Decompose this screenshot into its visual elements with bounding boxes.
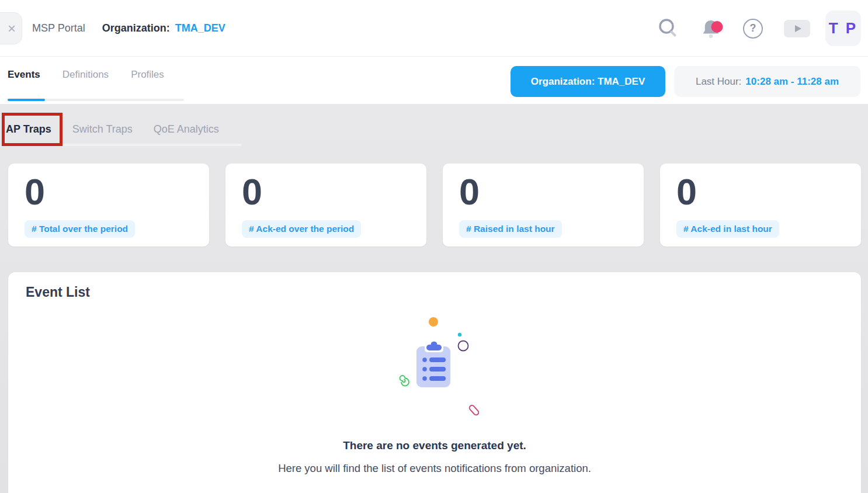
- portal-title: MSP Portal: [32, 22, 85, 34]
- notifications-bell-icon[interactable]: [700, 15, 725, 42]
- events-main-area: AP Traps Switch Traps QoE Analytics 0 # …: [0, 104, 868, 493]
- pink-capsule: [468, 404, 480, 416]
- stat-value: 0: [676, 173, 845, 210]
- org-breadcrumb-label: Organization:: [102, 22, 170, 34]
- stat-value: 0: [242, 173, 410, 210]
- empty-state-subtitle: Here you will find the list of events no…: [26, 462, 843, 475]
- event-list-panel: Event List: [8, 272, 861, 493]
- stat-card-acked-period: 0 # Ack-ed over the period: [225, 164, 426, 246]
- avatar-initials: T P: [829, 19, 857, 37]
- search-glyph: [657, 17, 680, 40]
- empty-state-title: There are no events generated yet.: [26, 439, 843, 452]
- help-glyph: ?: [750, 22, 756, 34]
- stat-card-total-period: 0 # Total over the period: [8, 164, 209, 246]
- cyan-dot: [458, 333, 461, 336]
- stat-card-raised-last-hour: 0 # Raised in last hour: [443, 164, 644, 246]
- stats-summary: 0 # Total over the period 0 # Ack-ed ove…: [8, 164, 861, 246]
- orange-dot: [429, 317, 438, 327]
- time-range-selector[interactable]: Last Hour: 10:28 am - 11:28 am: [674, 66, 860, 97]
- search-icon[interactable]: [657, 17, 680, 40]
- tab-events[interactable]: Events: [8, 69, 40, 81]
- stat-label: # Raised in last hour: [459, 220, 562, 238]
- purple-circle: [459, 341, 468, 351]
- green-spiral: [400, 376, 409, 386]
- tab-definitions[interactable]: Definitions: [63, 69, 109, 81]
- notification-badge: [711, 21, 723, 33]
- time-range-label: Last Hour:: [696, 76, 741, 88]
- header-actions: ? T P: [657, 0, 861, 57]
- video-tour-icon[interactable]: [784, 20, 810, 37]
- close-panel-button[interactable]: ×: [0, 12, 22, 44]
- close-icon: ×: [8, 22, 16, 36]
- stat-label: # Ack-ed over the period: [242, 220, 361, 238]
- sub-tabs-active-indicator: [6, 143, 58, 145]
- bell-glyph: [700, 15, 725, 42]
- subtab-switch-traps[interactable]: Switch Traps: [72, 123, 133, 136]
- event-list-title: Event List: [26, 284, 843, 300]
- org-breadcrumb-value[interactable]: TMA_DEV: [175, 22, 225, 34]
- stat-value: 0: [25, 173, 193, 210]
- organization-selector-button[interactable]: Organization: TMA_DEV: [511, 66, 665, 97]
- subtab-qoe-analytics[interactable]: QoE Analytics: [154, 123, 219, 136]
- clipboard-list-icon: [385, 314, 484, 425]
- app-header: × MSP Portal Organization: TMA_DEV ? T P: [0, 0, 868, 57]
- empty-state-illustration: [26, 314, 843, 425]
- help-icon[interactable]: ?: [743, 19, 763, 39]
- event-type-sub-tabs: AP Traps Switch Traps QoE Analytics: [6, 123, 219, 136]
- subtab-ap-traps[interactable]: AP Traps: [6, 123, 51, 136]
- avatar[interactable]: T P: [825, 11, 861, 46]
- tabs-active-indicator: [8, 99, 45, 101]
- stat-label: # Total over the period: [25, 220, 135, 238]
- main-tabs: Events Definitions Profiles: [8, 57, 164, 104]
- play-triangle-icon: [795, 25, 801, 32]
- page-tab-bar: Events Definitions Profiles Organization…: [0, 57, 868, 104]
- tab-profiles[interactable]: Profiles: [131, 69, 164, 81]
- stat-label: # Ack-ed in last hour: [676, 220, 779, 238]
- stat-card-acked-last-hour: 0 # Ack-ed in last hour: [660, 164, 861, 246]
- time-range-value: 10:28 am - 11:28 am: [745, 76, 839, 88]
- stat-value: 0: [459, 173, 627, 210]
